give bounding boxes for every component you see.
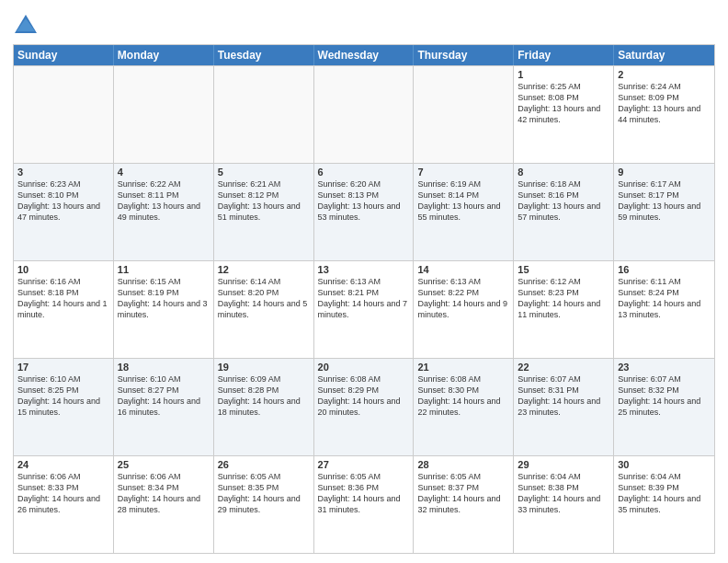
day-info: Sunrise: 6:04 AM Sunset: 8:38 PM Dayligh… [518, 471, 609, 516]
cal-cell-day-1: 1Sunrise: 6:25 AM Sunset: 8:08 PM Daylig… [514, 66, 614, 163]
cal-cell-day-6: 6Sunrise: 6:20 AM Sunset: 8:13 PM Daylig… [314, 164, 415, 260]
cal-cell-day-14: 14Sunrise: 6:13 AM Sunset: 8:22 PM Dayli… [414, 261, 514, 358]
cal-cell-day-8: 8Sunrise: 6:18 AM Sunset: 8:16 PM Daylig… [514, 164, 614, 260]
day-number: 24 [17, 459, 109, 470]
day-info: Sunrise: 6:05 AM Sunset: 8:36 PM Dayligh… [318, 471, 410, 516]
cal-header-wednesday: Wednesday [314, 45, 415, 65]
day-number: 30 [618, 459, 711, 470]
cal-cell-day-22: 22Sunrise: 6:07 AM Sunset: 8:31 PM Dayli… [514, 359, 614, 455]
cal-cell-day-15: 15Sunrise: 6:12 AM Sunset: 8:23 PM Dayli… [514, 261, 614, 358]
day-number: 9 [618, 167, 711, 178]
cal-cell-empty [114, 66, 214, 163]
day-number: 18 [118, 362, 210, 373]
cal-cell-day-25: 25Sunrise: 6:06 AM Sunset: 8:34 PM Dayli… [114, 456, 214, 553]
header [13, 9, 715, 39]
cal-week-3: 10Sunrise: 6:16 AM Sunset: 8:18 PM Dayli… [14, 260, 714, 358]
logo-icon [13, 13, 39, 39]
cal-header-thursday: Thursday [414, 45, 514, 65]
cal-cell-day-7: 7Sunrise: 6:19 AM Sunset: 8:14 PM Daylig… [414, 164, 514, 260]
svg-marker-1 [17, 18, 35, 31]
cal-cell-empty [14, 66, 114, 163]
day-info: Sunrise: 6:08 AM Sunset: 8:30 PM Dayligh… [417, 373, 509, 419]
cal-cell-day-19: 19Sunrise: 6:09 AM Sunset: 8:28 PM Dayli… [214, 359, 314, 455]
day-number: 8 [518, 167, 609, 178]
cal-header-friday: Friday [514, 45, 614, 65]
cal-week-2: 3Sunrise: 6:23 AM Sunset: 8:10 PM Daylig… [14, 163, 714, 260]
cal-cell-empty [314, 66, 415, 163]
cal-cell-day-10: 10Sunrise: 6:16 AM Sunset: 8:18 PM Dayli… [14, 261, 114, 358]
cal-cell-empty [414, 66, 514, 163]
day-info: Sunrise: 6:13 AM Sunset: 8:22 PM Dayligh… [417, 276, 509, 321]
day-number: 25 [118, 459, 210, 470]
day-number: 19 [218, 362, 310, 373]
day-number: 1 [518, 69, 609, 80]
day-number: 12 [218, 264, 310, 275]
calendar-body: 1Sunrise: 6:25 AM Sunset: 8:08 PM Daylig… [14, 65, 714, 553]
day-info: Sunrise: 6:25 AM Sunset: 8:08 PM Dayligh… [518, 81, 609, 126]
cal-cell-day-18: 18Sunrise: 6:10 AM Sunset: 8:27 PM Dayli… [114, 359, 214, 455]
cal-cell-day-20: 20Sunrise: 6:08 AM Sunset: 8:29 PM Dayli… [314, 359, 415, 455]
day-number: 13 [318, 264, 410, 275]
day-info: Sunrise: 6:18 AM Sunset: 8:16 PM Dayligh… [518, 178, 609, 224]
day-number: 11 [118, 264, 210, 275]
day-info: Sunrise: 6:19 AM Sunset: 8:14 PM Dayligh… [417, 178, 509, 224]
day-number: 22 [518, 362, 609, 373]
day-number: 4 [118, 167, 210, 178]
day-info: Sunrise: 6:22 AM Sunset: 8:11 PM Dayligh… [118, 178, 210, 224]
day-number: 21 [417, 362, 509, 373]
day-info: Sunrise: 6:23 AM Sunset: 8:10 PM Dayligh… [17, 178, 109, 224]
cal-cell-day-5: 5Sunrise: 6:21 AM Sunset: 8:12 PM Daylig… [214, 164, 314, 260]
day-number: 26 [218, 459, 310, 470]
cal-cell-day-21: 21Sunrise: 6:08 AM Sunset: 8:30 PM Dayli… [414, 359, 514, 455]
cal-cell-day-13: 13Sunrise: 6:13 AM Sunset: 8:21 PM Dayli… [314, 261, 415, 358]
day-number: 7 [417, 167, 509, 178]
day-number: 6 [318, 167, 410, 178]
cal-cell-day-26: 26Sunrise: 6:05 AM Sunset: 8:35 PM Dayli… [214, 456, 314, 553]
cal-cell-day-11: 11Sunrise: 6:15 AM Sunset: 8:19 PM Dayli… [114, 261, 214, 358]
day-number: 17 [17, 362, 109, 373]
day-info: Sunrise: 6:08 AM Sunset: 8:29 PM Dayligh… [318, 373, 410, 419]
cal-cell-empty [214, 66, 314, 163]
cal-cell-day-16: 16Sunrise: 6:11 AM Sunset: 8:24 PM Dayli… [614, 261, 714, 358]
day-number: 10 [17, 264, 109, 275]
cal-cell-day-30: 30Sunrise: 6:04 AM Sunset: 8:39 PM Dayli… [614, 456, 714, 553]
day-number: 5 [218, 167, 310, 178]
day-info: Sunrise: 6:11 AM Sunset: 8:24 PM Dayligh… [618, 276, 711, 321]
day-info: Sunrise: 6:06 AM Sunset: 8:34 PM Dayligh… [118, 471, 210, 516]
calendar: SundayMondayTuesdayWednesdayThursdayFrid… [13, 44, 715, 554]
cal-cell-day-23: 23Sunrise: 6:07 AM Sunset: 8:32 PM Dayli… [614, 359, 714, 455]
day-info: Sunrise: 6:16 AM Sunset: 8:18 PM Dayligh… [17, 276, 109, 321]
day-info: Sunrise: 6:04 AM Sunset: 8:39 PM Dayligh… [618, 471, 711, 516]
calendar-header-row: SundayMondayTuesdayWednesdayThursdayFrid… [14, 45, 714, 65]
day-info: Sunrise: 6:21 AM Sunset: 8:12 PM Dayligh… [218, 178, 310, 224]
day-number: 29 [518, 459, 609, 470]
day-info: Sunrise: 6:10 AM Sunset: 8:25 PM Dayligh… [17, 373, 109, 419]
cal-header-tuesday: Tuesday [214, 45, 314, 65]
cal-cell-day-2: 2Sunrise: 6:24 AM Sunset: 8:09 PM Daylig… [614, 66, 714, 163]
cal-cell-day-17: 17Sunrise: 6:10 AM Sunset: 8:25 PM Dayli… [14, 359, 114, 455]
cal-cell-day-28: 28Sunrise: 6:05 AM Sunset: 8:37 PM Dayli… [414, 456, 514, 553]
cal-week-4: 17Sunrise: 6:10 AM Sunset: 8:25 PM Dayli… [14, 358, 714, 455]
day-info: Sunrise: 6:05 AM Sunset: 8:35 PM Dayligh… [218, 471, 310, 516]
day-number: 14 [417, 264, 509, 275]
cal-cell-day-24: 24Sunrise: 6:06 AM Sunset: 8:33 PM Dayli… [14, 456, 114, 553]
day-info: Sunrise: 6:17 AM Sunset: 8:17 PM Dayligh… [618, 178, 711, 224]
logo [13, 13, 42, 39]
day-info: Sunrise: 6:07 AM Sunset: 8:31 PM Dayligh… [518, 373, 609, 419]
day-number: 27 [318, 459, 410, 470]
day-number: 3 [17, 167, 109, 178]
cal-header-saturday: Saturday [614, 45, 714, 65]
cal-week-1: 1Sunrise: 6:25 AM Sunset: 8:08 PM Daylig… [14, 65, 714, 163]
day-number: 16 [618, 264, 711, 275]
cal-cell-day-4: 4Sunrise: 6:22 AM Sunset: 8:11 PM Daylig… [114, 164, 214, 260]
cal-header-sunday: Sunday [14, 45, 114, 65]
day-info: Sunrise: 6:15 AM Sunset: 8:19 PM Dayligh… [118, 276, 210, 321]
cal-cell-day-12: 12Sunrise: 6:14 AM Sunset: 8:20 PM Dayli… [214, 261, 314, 358]
cal-cell-day-27: 27Sunrise: 6:05 AM Sunset: 8:36 PM Dayli… [314, 456, 415, 553]
day-number: 2 [618, 69, 711, 80]
day-number: 20 [318, 362, 410, 373]
cal-header-monday: Monday [114, 45, 214, 65]
cal-cell-day-9: 9Sunrise: 6:17 AM Sunset: 8:17 PM Daylig… [614, 164, 714, 260]
day-number: 28 [417, 459, 509, 470]
day-info: Sunrise: 6:14 AM Sunset: 8:20 PM Dayligh… [218, 276, 310, 321]
